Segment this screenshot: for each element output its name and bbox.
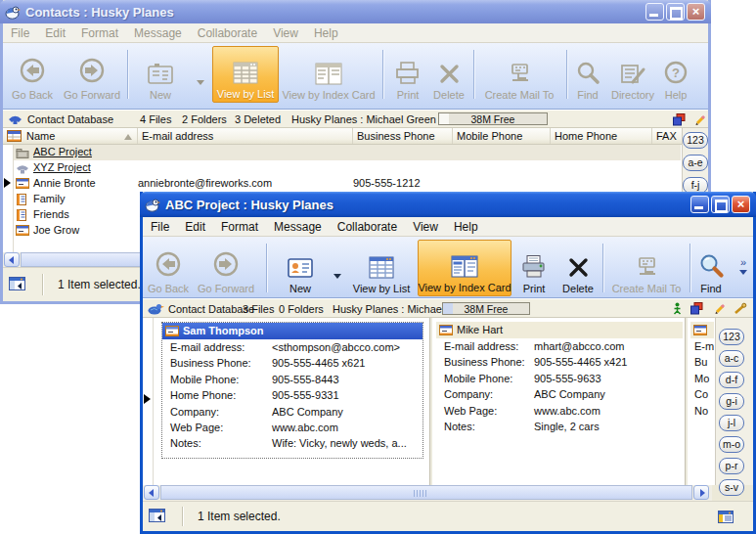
menu-view[interactable]: View: [405, 220, 446, 234]
menu-collaborate[interactable]: Collaborate: [190, 26, 265, 40]
close-button[interactable]: ×: [732, 196, 750, 213]
card-field: Company:ABC Company: [162, 404, 422, 420]
new-button[interactable]: New: [277, 240, 324, 296]
grid-panel-icon[interactable]: [718, 511, 734, 523]
infobar-folders: 0 Folders: [279, 303, 324, 315]
pages-icon[interactable]: [673, 113, 686, 126]
menu-collaborate[interactable]: Collaborate: [330, 220, 405, 234]
column-header-business-phone[interactable]: Business Phone: [353, 128, 453, 144]
app-bird-icon: [5, 4, 21, 20]
close-icon: ×: [692, 4, 700, 19]
scroll-left-button[interactable]: [144, 485, 159, 500]
maximize-icon: [715, 200, 728, 212]
directory-button[interactable]: Directory: [607, 46, 658, 103]
scroll-track[interactable]: [160, 485, 692, 500]
delete-button[interactable]: Delete: [557, 240, 599, 296]
contacts-titlebar[interactable]: Contacts : Husky Planes ×: [0, 0, 711, 23]
list-row-annie-bronte[interactable]: Annie Bronte anniebronte@fireworks.com 9…: [14, 176, 681, 192]
menu-edit[interactable]: Edit: [37, 26, 73, 40]
scroll-left-button[interactable]: [4, 252, 20, 267]
list-row-xyz-project[interactable]: XYZ Project: [14, 160, 681, 176]
menu-file[interactable]: File: [143, 220, 177, 234]
scroll-left-icon: [149, 489, 154, 497]
free-space-fill: [439, 113, 449, 124]
panel-toggle-icon[interactable]: [149, 509, 165, 522]
print-button[interactable]: Print: [517, 240, 551, 296]
menu-edit[interactable]: Edit: [177, 220, 213, 234]
menu-format[interactable]: Format: [213, 220, 266, 234]
column-header-name[interactable]: Name: [22, 128, 138, 144]
toolbar-separator: [689, 244, 691, 292]
column-header-email[interactable]: E-mail address: [138, 128, 353, 144]
alpha-tab-a-e[interactable]: a-e: [683, 155, 708, 171]
scroll-right-icon: [700, 489, 705, 497]
card-partial[interactable]: E-m Bu Mo Co No: [690, 322, 714, 441]
alpha-tab-m-o[interactable]: m-o: [719, 436, 744, 453]
minimize-button[interactable]: [645, 3, 664, 21]
person-green-icon[interactable]: [673, 302, 682, 316]
card-sam-thompson[interactable]: Sam Thompson E-mail address:<sthompson@a…: [161, 322, 423, 459]
maximize-button[interactable]: [666, 3, 685, 21]
list-gutter: [3, 145, 14, 252]
close-button[interactable]: ×: [687, 3, 705, 21]
menu-help[interactable]: Help: [306, 26, 346, 40]
alpha-tab-d-f[interactable]: d-f: [719, 372, 744, 388]
view-by-list-button[interactable]: View by List: [348, 240, 415, 296]
abc-hscrollbar[interactable]: [143, 485, 712, 501]
pages-icon[interactable]: [690, 302, 703, 315]
maximize-button[interactable]: [711, 196, 730, 213]
menu-view[interactable]: View: [265, 26, 306, 40]
alpha-tab-j-l[interactable]: j-l: [719, 415, 744, 431]
column-divider: [685, 318, 688, 485]
view-by-list-button[interactable]: View by List: [212, 46, 279, 103]
name-header-icon: [7, 130, 22, 142]
contacts-menubar: File Edit Format Message Collaborate Vie…: [3, 23, 708, 43]
new-dropdown-button[interactable]: [331, 240, 344, 296]
column-header-mobile-phone[interactable]: Mobile Phone: [453, 128, 551, 144]
minimize-button[interactable]: [690, 196, 709, 213]
toolbar-overflow-button[interactable]: »: [735, 240, 751, 296]
new-button[interactable]: New: [138, 46, 183, 103]
infobar-deleted: 3 Deleted: [235, 113, 281, 125]
card-field: Business Phone:905-555-4465 x421: [436, 354, 683, 370]
alpha-tab-g-i[interactable]: g-i: [719, 393, 744, 410]
help-button[interactable]: ? Help: [660, 46, 691, 103]
card-name: Sam Thompson: [183, 325, 264, 336]
menu-format[interactable]: Format: [73, 26, 126, 40]
view-by-index-card-button[interactable]: View by Index Card: [281, 46, 377, 103]
menu-file[interactable]: File: [3, 26, 37, 40]
alpha-tab-s-v[interactable]: s-v: [719, 479, 744, 496]
abc-titlebar[interactable]: ABC Project : Husky Planes ×: [140, 192, 756, 217]
alpha-tab-123[interactable]: 123: [683, 132, 708, 149]
find-button[interactable]: Find: [572, 46, 603, 103]
card-field: Co: [690, 386, 714, 402]
menu-message[interactable]: Message: [126, 26, 190, 40]
find-button[interactable]: Find: [694, 240, 728, 296]
svg-text:?: ?: [672, 66, 680, 80]
column-header-home-phone[interactable]: Home Phone: [551, 128, 652, 144]
card-field: Web Page:www.abc.com: [162, 420, 422, 435]
infobar-files: 4 Files: [140, 113, 171, 125]
card-field: Notes:Wife: Vicky, newly weds, a...: [162, 435, 422, 451]
gold-pen-icon[interactable]: [734, 302, 747, 315]
card-field: E-m: [690, 338, 714, 354]
card-mike-hart[interactable]: Mike Hart E-mail address:mhart@abcco.com…: [436, 322, 683, 441]
pencil-icon[interactable]: [694, 113, 707, 126]
view-by-index-card-button[interactable]: View by Index Card: [418, 240, 511, 296]
infobar-files: 3 Files: [243, 303, 274, 315]
free-space-bar: 38M Free: [438, 112, 548, 125]
list-row-abc-project[interactable]: ABC Project: [14, 145, 681, 160]
panel-toggle-icon[interactable]: [9, 277, 25, 290]
menu-message[interactable]: Message: [266, 220, 330, 234]
app-bird-icon: [145, 197, 160, 212]
alpha-tab-a-c[interactable]: a-c: [719, 350, 744, 367]
alpha-tab-123[interactable]: 123: [719, 329, 744, 345]
card-field: Bu: [690, 354, 714, 370]
pencil-icon[interactable]: [714, 302, 727, 315]
overflow-icon: »: [740, 258, 746, 267]
contact-card-icon: [439, 325, 453, 335]
alpha-tab-p-r[interactable]: p-r: [719, 458, 744, 474]
scroll-right-button[interactable]: [693, 485, 709, 500]
new-dropdown-button[interactable]: [194, 46, 207, 103]
menu-help[interactable]: Help: [446, 220, 486, 234]
